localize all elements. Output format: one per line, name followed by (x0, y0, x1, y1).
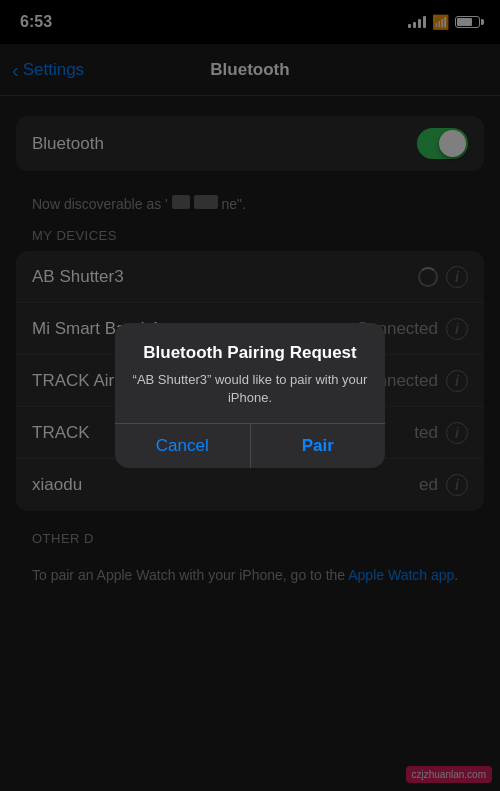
pair-button[interactable]: Pair (251, 424, 386, 468)
dialog-buttons: Cancel Pair (115, 423, 385, 468)
dialog-title: Bluetooth Pairing Request (131, 343, 369, 363)
dialog-content: Bluetooth Pairing Request “AB Shutter3” … (115, 323, 385, 423)
cancel-button[interactable]: Cancel (115, 424, 251, 468)
pairing-dialog: Bluetooth Pairing Request “AB Shutter3” … (115, 323, 385, 468)
dialog-message: “AB Shutter3” would like to pair with yo… (131, 371, 369, 407)
dialog-overlay: Bluetooth Pairing Request “AB Shutter3” … (0, 0, 500, 791)
